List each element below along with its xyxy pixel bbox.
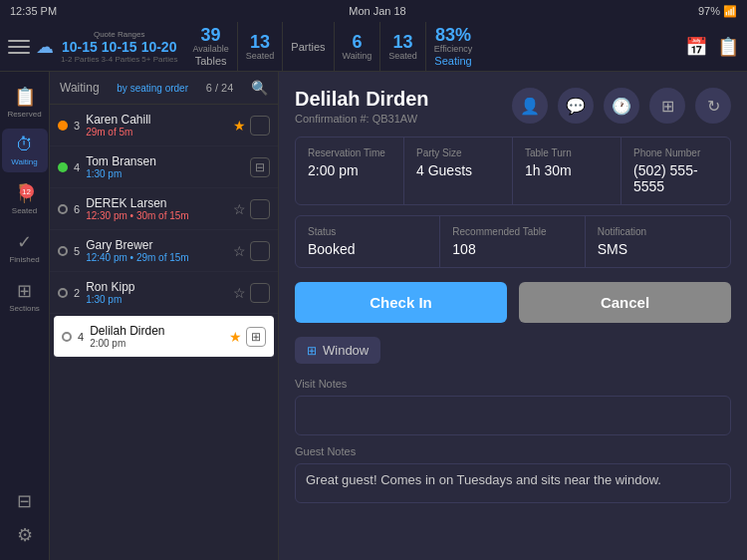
date-display: Mon Jan 18 [349,5,405,17]
time-display: 12:35 PM [10,5,57,17]
item-checkbox[interactable]: ⊟ [250,157,270,177]
confirmation-number: Confirmation #: QB31AW [295,113,428,125]
recommended-table-value: 108 [452,241,572,257]
status-dot [58,288,68,298]
sidebar-item-sections[interactable]: ⊞ Sections [2,274,48,319]
reservation-time-cell: Reservation Time 2:00 pm [296,138,404,204]
visit-notes-section: Visit Notes [295,378,731,435]
status-dot [58,121,68,131]
list-item[interactable]: 6 DEREK Larsen 12:30 pm • 30m of 15m ☆ [50,188,278,230]
list-item[interactable]: 4 Tom Bransen 1:30 pm ⊟ [50,146,278,188]
item-checkbox[interactable] [250,199,270,219]
status-dot [58,204,68,214]
sidebar-item-settings[interactable]: ⚙ [2,518,48,552]
sidebar-item-waiting[interactable]: ⏱ Waiting [2,129,48,172]
sidebar: 📋 Reserved ⏱ Waiting 🪑 12 Seated ✓ Finis… [0,72,50,560]
search-icon[interactable]: 🔍 [251,80,268,96]
message-button[interactable]: 💬 [558,88,594,124]
star-outline-icon: ☆ [233,243,246,259]
checkin-button[interactable]: Check In [295,282,507,323]
status-info-grid: Status Booked Recommended Table 108 Noti… [295,215,731,268]
notification-cell: Notification SMS [586,216,730,267]
clipboard-icon[interactable]: 📋 [717,36,739,58]
guest-profile-button[interactable]: 👤 [512,88,548,124]
guest-name: Delilah Dirden [295,88,428,111]
nav-parties[interactable]: Parties [283,22,334,72]
reservation-info-grid: Reservation Time 2:00 pm Party Size 4 Gu… [295,137,731,205]
guest-notes-label: Guest Notes [295,445,731,457]
refresh-button[interactable]: ↻ [695,88,731,124]
status-cell: Status Booked [296,216,440,267]
party-size-cell: Party Size 4 Guests [404,138,513,204]
recommended-table-cell: Recommended Table 108 [440,216,585,267]
visit-notes-box[interactable] [295,396,731,435]
star-outline-icon: ☆ [233,285,246,301]
waitlist-sort[interactable]: by seating order [117,83,188,94]
nav-tables[interactable]: 39 Available Tables [184,22,237,72]
detail-actions: 👤 💬 🕐 ⊞ ↻ [512,88,731,124]
reservation-time-value: 2:00 pm [308,162,391,178]
top-nav: 39 Available Tables 13 Seated Parties 6 … [184,22,480,72]
cancel-button[interactable]: Cancel [519,282,731,323]
sidebar-item-reserved[interactable]: 📋 Reserved [2,80,48,125]
visit-notes-label: Visit Notes [295,378,731,390]
table-button[interactable]: ⊞ [649,88,685,124]
item-checkbox[interactable] [250,283,270,303]
waitlist-list: 3 Karen Cahill 29m of 5m ★ 4 Tom Bransen… [50,105,278,560]
sidebar-item-seated[interactable]: 🪑 12 Seated [2,176,48,221]
phone-number-cell: Phone Number (502) 555-5555 [622,138,730,204]
status-bar: 12:35 PM Mon Jan 18 97% 📶 [0,0,747,22]
sidebar-item-layout[interactable]: ⊟ [2,484,48,518]
hamburger-menu[interactable] [8,36,30,58]
nav-seating[interactable]: 83% Efficiency Seating [426,22,480,72]
waitlist-title: Waiting [60,81,100,95]
list-item[interactable]: 2 Ron Kipp 1:30 pm ☆ [50,272,278,314]
top-bar-right: 📅 📋 [685,36,739,58]
layout-icon: ⊟ [17,490,32,512]
status-dot [58,162,68,172]
seated-badge: 12 [20,184,34,198]
sidebar-item-finished[interactable]: ✓ Finished [2,225,48,270]
list-item[interactable]: 5 Gary Brewer 12:40 pm • 29m of 15m ☆ [50,230,278,272]
phone-number-value: (502) 555-5555 [633,162,718,194]
status-dot [62,332,72,342]
settings-icon: ⚙ [17,524,33,546]
battery-display: 97% 📶 [698,5,737,18]
party-size-value: 4 Guests [416,162,500,178]
sections-icon: ⊞ [17,281,32,301]
top-bar: ☁ Quote Ranges 10-15 10-15 10-20 1-2 Par… [0,22,747,72]
list-item[interactable]: 3 Karen Cahill 29m of 5m ★ [50,105,278,146]
waitlist-panel: Waiting by seating order 6 / 24 🔍 3 Kare… [50,72,279,560]
status-dot [58,246,68,256]
clock-button[interactable]: 🕐 [604,88,639,124]
status-value: Booked [308,241,427,257]
nav-seated1[interactable]: 13 Seated [238,22,284,72]
window-tag-icon: ⊞ [307,344,317,358]
list-item-selected[interactable]: 4 Delilah Dirden 2:00 pm ★ ⊞ [54,316,274,358]
quote-ranges: Quote Ranges 10-15 10-15 10-20 1-2 Parti… [60,30,178,64]
nav-seated2[interactable]: 13 Seated [380,22,426,72]
main-layout: 📋 Reserved ⏱ Waiting 🪑 12 Seated ✓ Finis… [0,72,747,560]
notification-value: SMS [598,241,718,257]
nav-waiting[interactable]: 6 Waiting [335,22,381,72]
star-icon: ★ [233,118,246,134]
table-turn-cell: Table Turn 1h 30m [513,138,622,204]
action-buttons: Check In Cancel [295,282,731,323]
item-checkbox[interactable] [250,116,270,136]
guest-notes-section: Guest Notes Great guest! Comes in on Tue… [295,445,731,503]
finished-icon: ✓ [17,232,32,252]
star-outline-icon: ☆ [233,201,246,217]
window-tag[interactable]: ⊞ Window [295,337,380,364]
detail-header: Delilah Dirden Confirmation #: QB31AW 👤 … [295,88,731,125]
guest-notes-box: Great guest! Comes in on Tuesdays and si… [295,463,731,503]
calendar-icon[interactable]: 📅 [685,36,707,58]
waiting-icon: ⏱ [16,135,34,154]
table-turn-value: 1h 30m [525,162,609,178]
reserved-icon: 📋 [14,87,36,107]
star-filled-icon: ★ [229,329,242,345]
item-checkbox[interactable] [250,241,270,261]
waitlist-header: Waiting by seating order 6 / 24 🔍 [50,72,278,105]
tag-row: ⊞ Window [295,337,731,364]
item-checkbox[interactable]: ⊞ [246,327,266,347]
detail-panel: Delilah Dirden Confirmation #: QB31AW 👤 … [279,72,747,560]
